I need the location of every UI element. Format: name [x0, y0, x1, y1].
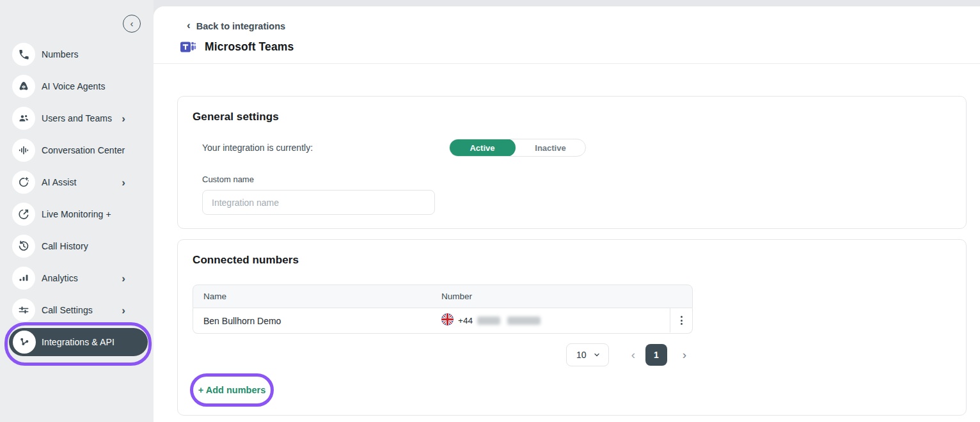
table-header-row: Name Number [193, 285, 693, 308]
numbers-table: Name Number Ben Bullhorn Demo +44 [193, 285, 693, 334]
sidebar-item-label: Users and Teams [42, 113, 112, 123]
uk-flag-icon [441, 313, 454, 328]
live-monitoring-icon [12, 203, 35, 226]
toggle-inactive-button[interactable]: Inactive [516, 139, 585, 156]
page-header: ‹ Back to integrations Microsoft Teams [154, 6, 980, 64]
content-panel: ‹ Back to integrations Microsoft Teams G… [154, 6, 980, 422]
row-actions-button[interactable] [670, 308, 692, 332]
chevron-right-icon: › [122, 305, 125, 316]
ai-assist-icon [12, 171, 35, 194]
column-header-number: Number [441, 292, 472, 301]
sidebar-item-call-settings[interactable]: Call Settings › [0, 294, 154, 326]
connected-numbers-card: Connected numbers Name Number Ben Bullho… [177, 239, 967, 416]
back-link-label: Back to integrations [196, 21, 285, 31]
selected-item-pill: Integrations & API [9, 328, 148, 356]
sidebar-item-label: Integrations & API [42, 337, 115, 347]
number-prefix: +44 [458, 316, 473, 325]
app-window: ‹ Numbers AI Voice Agents Users and Team [0, 0, 980, 422]
chevron-left-icon: ‹ [187, 20, 191, 32]
sidebar-item-ai-assist[interactable]: AI Assist › [0, 166, 154, 198]
number-cell: +44 [441, 313, 541, 328]
redacted-number-segment [507, 316, 541, 325]
analytics-icon [12, 267, 35, 290]
number-name-cell: Ben Bullhorn Demo [193, 316, 281, 326]
annotation-highlight-add-numbers: + Add numbers [190, 373, 274, 407]
sidebar-item-label: Numbers [42, 49, 79, 59]
sidebar-item-label: Live Monitoring + [42, 209, 111, 219]
back-to-integrations-link[interactable]: ‹ Back to integrations [187, 20, 285, 32]
sidebar: ‹ Numbers AI Voice Agents Users and Team [0, 0, 154, 422]
phone-icon [12, 43, 35, 66]
status-toggle: Active Inactive [449, 139, 586, 157]
sidebar-item-label: Call History [42, 241, 88, 251]
microsoft-teams-logo-icon [180, 38, 196, 55]
integration-status-label: Your integration is currently: [202, 143, 313, 153]
sidebar-item-label: Call Settings [42, 305, 93, 315]
chevron-right-icon: › [122, 113, 125, 124]
sidebar-collapse-button[interactable]: ‹ [123, 15, 141, 33]
sidebar-item-numbers[interactable]: Numbers [0, 38, 154, 70]
users-icon [12, 107, 35, 130]
page-size-dropdown[interactable]: 10 [566, 343, 609, 366]
integrations-icon [13, 331, 36, 354]
sidebar-item-analytics[interactable]: Analytics › [0, 262, 154, 294]
page-title: Microsoft Teams [205, 40, 294, 54]
sidebar-item-label: Conversation Center [42, 145, 125, 155]
sidebar-item-integrations-api[interactable]: Integrations & API [0, 326, 154, 358]
waveform-icon [12, 139, 35, 162]
chevron-down-icon [593, 351, 601, 359]
ai-voice-agents-icon [12, 75, 35, 98]
redacted-number-segment [477, 316, 500, 325]
general-settings-title: General settings [193, 111, 279, 123]
general-settings-card: General settings Your integration is cur… [177, 96, 967, 229]
column-header-name: Name [193, 292, 226, 301]
page-size-value: 10 [576, 350, 587, 360]
sidebar-item-label: AI Voice Agents [42, 81, 106, 91]
table-row: Ben Bullhorn Demo +44 [193, 308, 693, 334]
chevron-left-icon: ‹ [130, 19, 134, 28]
sidebar-item-label: Analytics [42, 273, 78, 283]
toggle-active-button[interactable]: Active [449, 139, 516, 157]
sidebar-item-live-monitoring[interactable]: Live Monitoring + [0, 198, 154, 230]
integration-name-input[interactable] [202, 190, 435, 215]
custom-name-label: Custom name [202, 175, 254, 184]
kebab-menu-icon [681, 316, 683, 325]
pagination-prev-button[interactable]: ‹ [626, 343, 641, 366]
chevron-right-icon: › [122, 273, 125, 284]
connected-numbers-title: Connected numbers [193, 254, 299, 267]
sidebar-item-call-history[interactable]: Call History [0, 230, 154, 262]
call-history-icon [12, 235, 35, 258]
call-settings-icon [12, 299, 35, 322]
add-numbers-button[interactable]: + Add numbers [194, 384, 269, 396]
sidebar-item-users-and-teams[interactable]: Users and Teams › [0, 102, 154, 134]
chevron-right-icon: › [122, 177, 125, 188]
pagination-next-button[interactable]: › [677, 343, 692, 366]
sidebar-item-conversation-center[interactable]: Conversation Center [0, 134, 154, 166]
main-area: ‹ Back to integrations Microsoft Teams G… [154, 0, 980, 422]
sidebar-item-label: AI Assist [42, 177, 77, 187]
sidebar-nav: Numbers AI Voice Agents Users and Teams … [0, 38, 154, 358]
sidebar-item-ai-voice-agents[interactable]: AI Voice Agents [0, 70, 154, 102]
pagination-page-1-button[interactable]: 1 [645, 344, 667, 366]
